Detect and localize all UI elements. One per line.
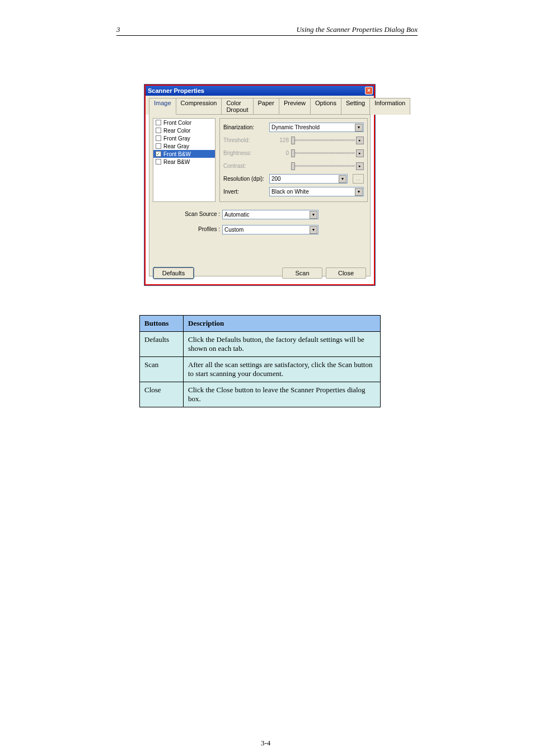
slider-track-icon xyxy=(295,139,355,141)
table-cell: Click the Close button to leave the Scan… xyxy=(184,382,381,407)
dropdown-value: Dynamic Threshold xyxy=(271,124,320,130)
slider-value: 128 xyxy=(269,137,289,143)
tab-information[interactable]: Information xyxy=(369,98,410,115)
table-header-description: Description xyxy=(184,316,381,332)
invert-label: Invert: xyxy=(223,189,266,195)
threshold-label: Threshold: xyxy=(223,137,266,143)
table-cell: Close xyxy=(140,382,184,407)
buttons-description-table: Buttons Description Defaults Click the D… xyxy=(139,315,381,407)
close-icon[interactable]: × xyxy=(365,87,373,95)
table-cell: Scan xyxy=(140,357,184,382)
invert-row: Invert: Black on White ▼ xyxy=(223,185,364,198)
tab-preview[interactable]: Preview xyxy=(279,98,311,115)
table-cell: Defaults xyxy=(140,332,184,357)
threshold-row: Threshold: 128 ▸ xyxy=(223,134,364,147)
tab-body: Front Color Rear Color Front Gray Rear G… xyxy=(149,114,371,276)
list-label: Rear Color xyxy=(163,128,190,134)
binarization-dropdown[interactable]: Dynamic Threshold ▼ xyxy=(269,123,364,132)
tab-compression[interactable]: Compression xyxy=(176,98,222,115)
settings-group: Binarization: Dynamic Threshold ▼ Thresh… xyxy=(219,118,368,202)
scan-button[interactable]: Scan xyxy=(282,267,322,279)
titlebar[interactable]: Scanner Properties × xyxy=(146,86,374,96)
dropdown-value: Automatic xyxy=(224,212,249,218)
list-item-front-gray[interactable]: Front Gray xyxy=(153,134,215,142)
chevron-down-icon: ▼ xyxy=(339,175,346,183)
list-label: Front Color xyxy=(163,120,191,126)
tab-color-dropout[interactable]: Color Dropout xyxy=(221,98,253,115)
image-selection-list[interactable]: Front Color Rear Color Front Gray Rear G… xyxy=(153,118,216,202)
dropdown-value: Custom xyxy=(224,227,243,233)
slider-right-icon: ▸ xyxy=(356,149,364,157)
header-title: Using the Scanner Properties Dialog Box xyxy=(296,25,418,34)
list-label: Rear Gray xyxy=(163,143,189,149)
chevron-down-icon: ▼ xyxy=(355,188,363,196)
tab-paper[interactable]: Paper xyxy=(253,98,279,115)
slider-thumb-icon xyxy=(291,162,295,170)
slider-right-icon: ▸ xyxy=(356,137,364,144)
slider-thumb-icon xyxy=(291,149,295,157)
resolution-row: Resolution (dpi): 200 ▼ ... xyxy=(223,172,364,185)
invert-dropdown[interactable]: Black on White ▼ xyxy=(269,187,364,196)
list-item-front-color[interactable]: Front Color xyxy=(153,119,215,126)
chevron-down-icon: ▼ xyxy=(310,226,317,234)
contrast-row: Contrast: ▸ xyxy=(223,159,364,172)
dropdown-value: 200 xyxy=(271,176,281,182)
close-button[interactable]: Close xyxy=(326,267,366,279)
list-label: Front B&W xyxy=(163,151,191,157)
page-number: 3-4 xyxy=(261,739,270,748)
table-row: Defaults Click the Defaults button, the … xyxy=(140,332,381,357)
page-header: 3 Using the Scanner Properties Dialog Bo… xyxy=(116,25,418,36)
chevron-down-icon: ▼ xyxy=(355,124,363,132)
contrast-slider[interactable]: ▸ xyxy=(269,161,364,171)
slider-track-icon xyxy=(295,152,355,154)
resolution-dropdown[interactable]: 200 ▼ xyxy=(269,174,348,184)
titlebar-text: Scanner Properties xyxy=(148,87,204,94)
tab-setting[interactable]: Setting xyxy=(341,98,370,115)
checkbox-icon[interactable]: ✓ xyxy=(156,151,161,157)
table-cell: Click the Defaults button, the factory d… xyxy=(184,332,381,357)
scanner-properties-dialog: Scanner Properties × Image Compression C… xyxy=(144,84,375,285)
brightness-slider[interactable]: 0 ▸ xyxy=(269,148,364,158)
checkbox-icon[interactable] xyxy=(156,143,161,149)
slider-track-icon xyxy=(295,165,355,167)
list-label: Front Gray xyxy=(163,135,190,142)
table-row: Close Click the Close button to leave th… xyxy=(140,382,381,407)
tab-image[interactable]: Image xyxy=(149,98,176,115)
checkbox-icon[interactable] xyxy=(156,135,161,141)
brightness-label: Brightness: xyxy=(223,150,266,156)
brightness-row: Brightness: 0 ▸ xyxy=(223,147,364,159)
tabs: Image Compression Color Dropout Paper Pr… xyxy=(146,96,374,115)
scan-source-label: Scan Source : xyxy=(183,211,220,217)
contrast-label: Contrast: xyxy=(223,163,266,169)
list-item-rear-gray[interactable]: Rear Gray xyxy=(153,142,215,150)
tab-options[interactable]: Options xyxy=(310,98,341,115)
list-label: Rear B&W xyxy=(163,159,190,165)
table-cell: After all the scan settings are satisfac… xyxy=(184,357,381,382)
resolution-label: Resolution (dpi): xyxy=(223,176,266,182)
profiles-dropdown[interactable]: Custom ▼ xyxy=(222,225,318,234)
threshold-slider[interactable]: 128 ▸ xyxy=(269,135,364,145)
chevron-down-icon: ▼ xyxy=(310,211,317,219)
list-item-rear-color[interactable]: Rear Color xyxy=(153,126,215,134)
checkbox-icon[interactable] xyxy=(156,159,161,165)
checkbox-icon[interactable] xyxy=(156,120,161,125)
header-chapter: 3 xyxy=(116,25,120,34)
list-item-rear-bw[interactable]: Rear B&W xyxy=(153,158,215,166)
table-header-buttons: Buttons xyxy=(140,316,184,332)
defaults-button[interactable]: Defaults xyxy=(153,267,194,279)
binarization-row: Binarization: Dynamic Threshold ▼ xyxy=(223,121,364,134)
slider-thumb-icon xyxy=(291,137,295,144)
table-row: Scan After all the scan settings are sat… xyxy=(140,357,381,382)
checkbox-icon[interactable] xyxy=(156,128,161,133)
list-item-front-bw[interactable]: ✓Front B&W xyxy=(153,150,215,158)
binarization-label: Binarization: xyxy=(223,124,266,130)
resolution-more-button[interactable]: ... xyxy=(353,174,364,184)
scan-source-dropdown[interactable]: Automatic ▼ xyxy=(222,210,318,219)
dropdown-value: Black on White xyxy=(271,189,309,195)
slider-value: 0 xyxy=(269,150,289,156)
slider-right-icon: ▸ xyxy=(356,162,364,170)
profiles-label: Profiles : xyxy=(183,226,220,232)
